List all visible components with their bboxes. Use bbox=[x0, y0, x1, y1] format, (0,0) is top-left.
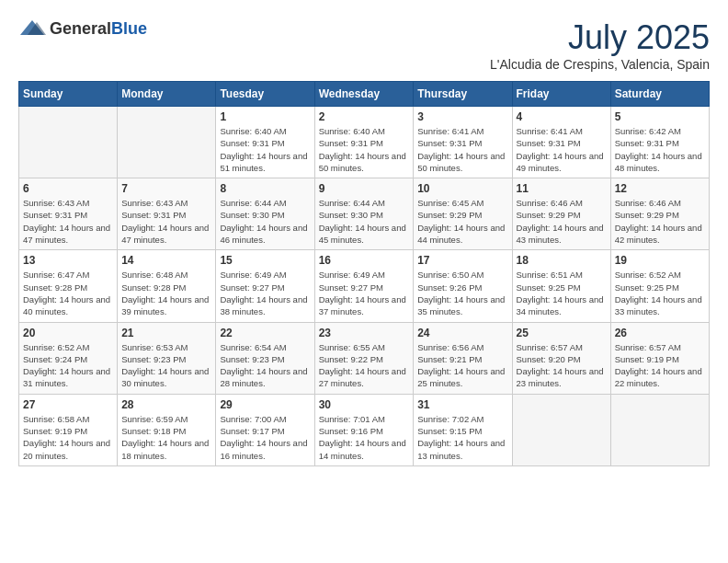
sunset-text: Sunset: 9:23 PM bbox=[121, 353, 211, 365]
day-number: 2 bbox=[319, 110, 410, 123]
day-number: 15 bbox=[220, 254, 310, 267]
day-number: 17 bbox=[417, 254, 507, 267]
daylight-text: Daylight: 14 hours and 28 minutes. bbox=[220, 365, 310, 390]
sunrise-text: Sunrise: 6:59 AM bbox=[121, 413, 211, 425]
sunrise-text: Sunrise: 6:52 AM bbox=[23, 341, 113, 353]
weekday-header-monday: Monday bbox=[118, 82, 216, 107]
day-number: 29 bbox=[220, 398, 310, 411]
day-info: Sunrise: 6:50 AMSunset: 9:26 PMDaylight:… bbox=[417, 269, 507, 317]
day-info: Sunrise: 6:48 AMSunset: 9:28 PMDaylight:… bbox=[121, 269, 211, 317]
calendar-cell: 15Sunrise: 6:49 AMSunset: 9:27 PMDayligh… bbox=[216, 250, 314, 322]
sunrise-text: Sunrise: 6:56 AM bbox=[417, 341, 507, 353]
calendar-cell: 13Sunrise: 6:47 AMSunset: 9:28 PMDayligh… bbox=[19, 250, 118, 322]
logo-icon bbox=[18, 18, 46, 39]
day-number: 31 bbox=[417, 398, 507, 411]
sunrise-text: Sunrise: 6:42 AM bbox=[615, 125, 705, 137]
day-info: Sunrise: 6:57 AMSunset: 9:19 PMDaylight:… bbox=[615, 341, 705, 390]
day-info: Sunrise: 7:01 AMSunset: 9:16 PMDaylight:… bbox=[319, 413, 410, 462]
logo: GeneralBlue bbox=[18, 18, 147, 39]
sunset-text: Sunset: 9:22 PM bbox=[319, 353, 410, 365]
calendar-cell: 28Sunrise: 6:59 AMSunset: 9:18 PMDayligh… bbox=[118, 394, 216, 465]
day-number: 16 bbox=[319, 254, 410, 267]
daylight-text: Daylight: 14 hours and 39 minutes. bbox=[121, 293, 211, 318]
calendar-cell: 19Sunrise: 6:52 AMSunset: 9:25 PMDayligh… bbox=[610, 250, 709, 322]
day-info: Sunrise: 7:00 AMSunset: 9:17 PMDaylight:… bbox=[220, 413, 310, 462]
calendar-cell: 27Sunrise: 6:58 AMSunset: 9:19 PMDayligh… bbox=[19, 394, 118, 465]
day-info: Sunrise: 6:44 AMSunset: 9:30 PMDaylight:… bbox=[220, 197, 310, 246]
day-info: Sunrise: 6:40 AMSunset: 9:31 PMDaylight:… bbox=[319, 125, 410, 174]
sunrise-text: Sunrise: 6:44 AM bbox=[220, 197, 310, 209]
weekday-header-friday: Friday bbox=[512, 82, 610, 107]
sunrise-text: Sunrise: 6:49 AM bbox=[220, 269, 310, 281]
week-row-4: 20Sunrise: 6:52 AMSunset: 9:24 PMDayligh… bbox=[19, 322, 710, 394]
sunrise-text: Sunrise: 7:00 AM bbox=[220, 413, 310, 425]
daylight-text: Daylight: 14 hours and 23 minutes. bbox=[517, 365, 607, 390]
calendar-cell: 30Sunrise: 7:01 AMSunset: 9:16 PMDayligh… bbox=[314, 394, 414, 465]
calendar-cell: 21Sunrise: 6:53 AMSunset: 9:23 PMDayligh… bbox=[118, 322, 216, 394]
calendar-cell: 18Sunrise: 6:51 AMSunset: 9:25 PMDayligh… bbox=[512, 250, 610, 322]
sunset-text: Sunset: 9:25 PM bbox=[615, 282, 705, 293]
day-info: Sunrise: 6:46 AMSunset: 9:29 PMDaylight:… bbox=[615, 197, 705, 246]
weekday-header-wednesday: Wednesday bbox=[314, 82, 414, 107]
daylight-text: Daylight: 14 hours and 37 minutes. bbox=[319, 293, 410, 318]
calendar-cell: 14Sunrise: 6:48 AMSunset: 9:28 PMDayligh… bbox=[118, 250, 216, 322]
sunset-text: Sunset: 9:15 PM bbox=[417, 425, 507, 437]
calendar-table: SundayMondayTuesdayWednesdayThursdayFrid… bbox=[18, 81, 710, 466]
sunset-text: Sunset: 9:26 PM bbox=[417, 282, 507, 293]
daylight-text: Daylight: 14 hours and 22 minutes. bbox=[615, 365, 705, 390]
daylight-text: Daylight: 14 hours and 51 minutes. bbox=[220, 150, 310, 175]
daylight-text: Daylight: 14 hours and 44 minutes. bbox=[417, 222, 507, 247]
day-number: 24 bbox=[417, 327, 507, 339]
calendar-cell: 3Sunrise: 6:41 AMSunset: 9:31 PMDaylight… bbox=[414, 107, 512, 178]
day-number: 28 bbox=[121, 398, 211, 411]
sunrise-text: Sunrise: 6:48 AM bbox=[121, 269, 211, 281]
sunrise-text: Sunrise: 6:54 AM bbox=[220, 341, 310, 353]
day-info: Sunrise: 6:42 AMSunset: 9:31 PMDaylight:… bbox=[615, 125, 705, 174]
day-info: Sunrise: 6:43 AMSunset: 9:31 PMDaylight:… bbox=[121, 197, 211, 246]
calendar-cell: 10Sunrise: 6:45 AMSunset: 9:29 PMDayligh… bbox=[414, 178, 512, 250]
day-number: 1 bbox=[220, 110, 310, 123]
sunset-text: Sunset: 9:31 PM bbox=[517, 137, 607, 149]
calendar-cell: 2Sunrise: 6:40 AMSunset: 9:31 PMDaylight… bbox=[314, 107, 414, 178]
day-number: 18 bbox=[517, 254, 607, 267]
calendar-cell: 20Sunrise: 6:52 AMSunset: 9:24 PMDayligh… bbox=[19, 322, 118, 394]
day-number: 21 bbox=[121, 327, 211, 339]
daylight-text: Daylight: 14 hours and 27 minutes. bbox=[319, 365, 410, 390]
calendar-cell: 17Sunrise: 6:50 AMSunset: 9:26 PMDayligh… bbox=[414, 250, 512, 322]
sunrise-text: Sunrise: 7:02 AM bbox=[417, 413, 507, 425]
sunrise-text: Sunrise: 6:41 AM bbox=[417, 125, 507, 137]
day-info: Sunrise: 6:53 AMSunset: 9:23 PMDaylight:… bbox=[121, 341, 211, 390]
sunset-text: Sunset: 9:29 PM bbox=[417, 209, 507, 221]
day-number: 5 bbox=[615, 110, 705, 123]
sunset-text: Sunset: 9:29 PM bbox=[517, 209, 607, 221]
sunset-text: Sunset: 9:24 PM bbox=[23, 353, 113, 365]
sunset-text: Sunset: 9:28 PM bbox=[23, 282, 113, 293]
sunrise-text: Sunrise: 6:57 AM bbox=[615, 341, 705, 353]
sunset-text: Sunset: 9:19 PM bbox=[615, 353, 705, 365]
sunrise-text: Sunrise: 6:52 AM bbox=[615, 269, 705, 281]
title-area: July 2025 L'Alcudia de Crespins, Valenci… bbox=[490, 18, 710, 72]
sunset-text: Sunset: 9:20 PM bbox=[517, 353, 607, 365]
sunrise-text: Sunrise: 6:53 AM bbox=[121, 341, 211, 353]
calendar-cell bbox=[19, 107, 118, 178]
sunrise-text: Sunrise: 6:45 AM bbox=[417, 197, 507, 209]
day-number: 25 bbox=[517, 327, 607, 339]
calendar-cell: 12Sunrise: 6:46 AMSunset: 9:29 PMDayligh… bbox=[610, 178, 709, 250]
daylight-text: Daylight: 14 hours and 25 minutes. bbox=[417, 365, 507, 390]
sunset-text: Sunset: 9:31 PM bbox=[417, 137, 507, 149]
daylight-text: Daylight: 14 hours and 50 minutes. bbox=[319, 150, 410, 175]
header-area: GeneralBlue July 2025 L'Alcudia de Cresp… bbox=[18, 18, 710, 72]
month-title: July 2025 bbox=[490, 18, 710, 57]
sunrise-text: Sunrise: 6:51 AM bbox=[517, 269, 607, 281]
day-number: 23 bbox=[319, 327, 410, 339]
sunrise-text: Sunrise: 6:47 AM bbox=[23, 269, 113, 281]
day-number: 27 bbox=[23, 398, 113, 411]
calendar-cell: 16Sunrise: 6:49 AMSunset: 9:27 PMDayligh… bbox=[314, 250, 414, 322]
day-number: 20 bbox=[23, 327, 113, 339]
daylight-text: Daylight: 14 hours and 50 minutes. bbox=[417, 150, 507, 175]
day-number: 11 bbox=[517, 182, 607, 195]
daylight-text: Daylight: 14 hours and 40 minutes. bbox=[23, 293, 113, 318]
weekday-header-thursday: Thursday bbox=[414, 82, 512, 107]
day-info: Sunrise: 6:45 AMSunset: 9:29 PMDaylight:… bbox=[417, 197, 507, 246]
daylight-text: Daylight: 14 hours and 33 minutes. bbox=[615, 293, 705, 318]
